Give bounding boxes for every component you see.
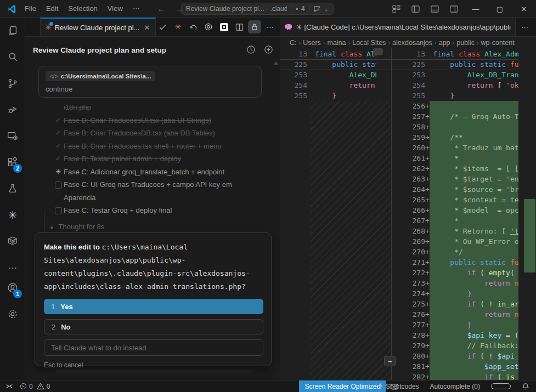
thought-row: ⏺Thought for 8s: [50, 223, 104, 231]
sidebar-item-run-debug[interactable]: [0, 96, 25, 123]
diff-editor[interactable]: 13final class Alex225 public stat253 Ale…: [280, 48, 536, 380]
customize-layout-icon[interactable]: [387, 5, 406, 13]
sidebar-item-claude[interactable]: ✳: [0, 202, 25, 228]
close-button[interactable]: ✕: [512, 1, 536, 18]
code-line: 268+ * Retorno: [ 'tr: [392, 226, 536, 236]
settings-button[interactable]: [0, 301, 25, 327]
discard-icon[interactable]: [187, 20, 200, 33]
screen-reader-status[interactable]: Screen Reader Optimized: [299, 380, 386, 392]
split-editor-icon[interactable]: [233, 20, 246, 33]
breadcrumb-item[interactable]: C:: [290, 39, 297, 47]
task-box-icon: [53, 178, 64, 204]
overview-ruler[interactable]: [518, 48, 536, 380]
task-item: Fase C: Testar Groq + deploy final: [53, 204, 279, 219]
tell-claude-input[interactable]: [44, 339, 263, 356]
code-line: 260+ * Traduz um batc: [392, 143, 536, 153]
pill-icon[interactable]: [488, 380, 514, 392]
editor-actions: ✳ ⋯: [156, 18, 280, 36]
sidebar-item-source-control[interactable]: [0, 70, 25, 96]
breadcrumb-item[interactable]: Local Sites: [352, 39, 386, 47]
code-line: 253 Alex_DB_T: [280, 70, 391, 80]
maximize-button[interactable]: ▢: [488, 1, 512, 18]
autocomplete-status[interactable]: Autocomplete (0): [427, 380, 483, 392]
breadcrumb-item[interactable]: alexdosanjos: [392, 39, 432, 47]
task-label: Fase B: Testar painel admin + deploy: [64, 152, 266, 166]
no-button[interactable]: 2 No: [44, 319, 263, 334]
extensions-badge: 2: [13, 164, 22, 173]
chevron-down-icon[interactable]: ⌄: [324, 6, 329, 12]
code-line: 277+ }: [392, 320, 536, 330]
code-line: 225 public static fu: [392, 59, 536, 70]
tab-review-claude-plan[interactable]: ✳ Review Claude project pl... ✕: [40, 18, 156, 36]
task-label: Fase C: UI Groq nas Traducoes + campo AP…: [64, 178, 266, 204]
problems-indicator[interactable]: 0 0: [16, 380, 53, 392]
task-label: i18n.php: [64, 101, 266, 114]
nav-back-button[interactable]: ←: [153, 4, 171, 13]
more-actions-icon[interactable]: ⋯: [263, 20, 277, 33]
code-line: 281+ $app_sett: [392, 361, 536, 372]
sidebar-item-testing[interactable]: [0, 175, 25, 202]
more-actions-icon[interactable]: ⋯: [516, 18, 534, 36]
menu-selection[interactable]: Selection: [63, 1, 102, 17]
breadcrumb-item[interactable]: maina: [328, 39, 346, 47]
sidebar-item-explorer[interactable]: [0, 18, 25, 44]
file-context-chip[interactable]: </> c:\Users\maina\Local Sites\a...: [46, 71, 155, 81]
sidebar-item-package[interactable]: [0, 228, 25, 254]
toggle-secondary-sidebar-icon[interactable]: [444, 5, 464, 13]
code-line: 272+ if ( empty( $: [392, 268, 536, 278]
diff-revert-arrow-button[interactable]: →: [384, 356, 396, 366]
task-label: Fase B: Criar TraducoesUI.tsx (aba UI St…: [64, 114, 266, 127]
panel-header: Review Claude project plan and setup: [25, 41, 280, 59]
git-branch-icon: [7, 77, 19, 89]
sidebar-item-extensions[interactable]: 2: [0, 149, 25, 175]
history-clock-icon[interactable]: [246, 45, 256, 54]
openai-icon[interactable]: [202, 20, 215, 33]
feedback-icon[interactable]: [264, 45, 273, 54]
lock-icon[interactable]: [248, 20, 261, 33]
claude-spark-action-icon[interactable]: ✳: [171, 20, 184, 33]
remote-indicator[interactable]: [2, 380, 16, 392]
status-bar: 0 0 Screen Reader Optimized Shortcodes A…: [0, 380, 536, 392]
left-tab-bar: ✳ Review Claude project pl... ✕ ✳ ⋯: [25, 18, 280, 37]
code-line: 262+ * $items = [ [: [392, 163, 536, 174]
diff-modified-pane[interactable]: 13final class Alex_Adm225 public static …: [392, 48, 536, 380]
scrollbar-slider[interactable]: [373, 48, 383, 55]
minimize-button[interactable]: —: [464, 1, 488, 18]
lightning-icon: [377, 383, 383, 390]
tab-claude-code-file[interactable]: ✳ [Claude Code] c:\Users\maina\Local Sit…: [280, 18, 516, 36]
breadcrumb[interactable]: C:›Users›maina›Local Sites›alexdosanjos›…: [280, 37, 536, 48]
claude-spark-icon: ✳: [45, 24, 52, 31]
breadcrumb-item[interactable]: Users: [303, 39, 321, 47]
menu-overflow[interactable]: ⋯: [128, 1, 145, 17]
code-line: 257+ /* — Groq Auto-T: [392, 111, 536, 122]
chat-icon[interactable]: [313, 5, 321, 13]
code-line: 266+ * $model = opci: [392, 205, 536, 215]
close-tab-icon[interactable]: ✕: [143, 24, 151, 32]
code-line: 279+ // Fallback:: [392, 340, 536, 351]
menu-file[interactable]: File: [20, 1, 41, 17]
toggle-primary-sidebar-icon[interactable]: [406, 5, 425, 13]
accounts-button[interactable]: 1: [0, 275, 25, 301]
warning-count: 0: [47, 383, 50, 390]
breadcrumb-separator: ›: [299, 39, 301, 46]
sidebar-item-remote-explorer[interactable]: [0, 123, 25, 149]
yes-button[interactable]: 1 Yes: [44, 299, 263, 314]
sidebar-item-search[interactable]: [0, 44, 25, 70]
accept-check-icon[interactable]: [156, 20, 169, 33]
claude-in-editor-icon[interactable]: [217, 20, 230, 33]
breadcrumb-item[interactable]: public: [456, 39, 475, 47]
toggle-panel-icon[interactable]: [425, 5, 444, 13]
prompt-context-box[interactable]: </> c:\Users\maina\Local Sites\a... cont…: [38, 66, 262, 98]
breadcrumb-item[interactable]: app: [439, 39, 450, 47]
task-check-icon: ✓: [53, 127, 64, 140]
code-line: 276+ return ne: [392, 309, 536, 320]
command-center[interactable]: Review Claude project pl... - .claude - …: [181, 3, 334, 15]
menu-edit[interactable]: Edit: [41, 1, 63, 17]
code-line: 255 }: [280, 90, 391, 101]
breadcrumb-item[interactable]: wp-content: [481, 39, 515, 47]
task-check-icon: ✓: [53, 152, 64, 166]
notifications-bell-icon[interactable]: [518, 380, 533, 392]
menu-view[interactable]: View: [103, 1, 128, 17]
shortcodes-status[interactable]: Shortcodes: [374, 380, 422, 392]
code-line: 265+ * $context = tex: [392, 195, 536, 205]
